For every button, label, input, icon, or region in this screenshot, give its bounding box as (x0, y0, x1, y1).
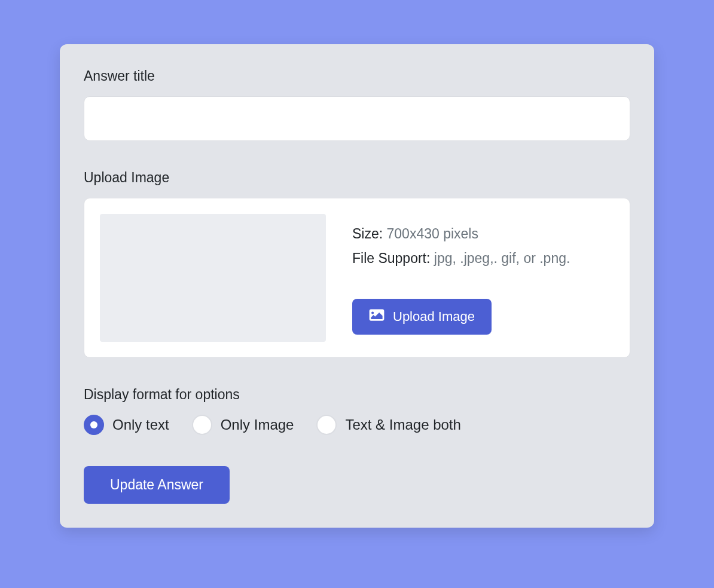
upload-box: Size: 700x430 pixels File Support: jpg, … (84, 198, 630, 358)
answer-title-input[interactable] (84, 96, 630, 141)
upload-image-label: Upload Image (84, 170, 630, 186)
update-answer-button[interactable]: Update Answer (84, 466, 230, 504)
image-icon (369, 308, 385, 325)
upload-image-button[interactable]: Upload Image (352, 299, 492, 335)
file-support-value: jpg, .jpeg,. gif, or .png. (434, 250, 570, 266)
size-label: Size: (352, 226, 383, 241)
answer-title-label: Answer title (84, 68, 630, 84)
display-format-label: Display format for options (84, 387, 630, 403)
radio-circle (84, 415, 104, 435)
radio-only-text[interactable]: Only text (84, 415, 169, 435)
upload-info: Size: 700x430 pixels File Support: jpg, … (352, 214, 570, 342)
radio-only-image[interactable]: Only Image (192, 415, 294, 435)
size-value: 700x430 pixels (387, 226, 478, 241)
radio-label: Text & Image both (345, 416, 460, 433)
radio-label: Only Image (221, 416, 294, 433)
display-format-section: Display format for options Only text Onl… (84, 387, 630, 435)
radio-inner (90, 421, 97, 428)
radio-circle (192, 415, 212, 435)
upload-image-section: Upload Image Size: 700x430 pixels File S… (84, 170, 630, 358)
file-support-label: File Support: (352, 250, 430, 266)
upload-button-label: Upload Image (393, 309, 475, 324)
display-format-radio-group: Only text Only Image Text & Image both (84, 415, 630, 435)
radio-label: Only text (112, 416, 169, 433)
form-card: Answer title Upload Image Size: 700x430 … (60, 44, 654, 528)
radio-circle (316, 415, 337, 435)
image-preview-placeholder (100, 214, 326, 342)
answer-title-section: Answer title (84, 68, 630, 141)
size-info: Size: 700x430 pixels (352, 226, 570, 242)
radio-text-image-both[interactable]: Text & Image both (316, 415, 460, 435)
file-support-info: File Support: jpg, .jpeg,. gif, or .png. (352, 250, 570, 267)
